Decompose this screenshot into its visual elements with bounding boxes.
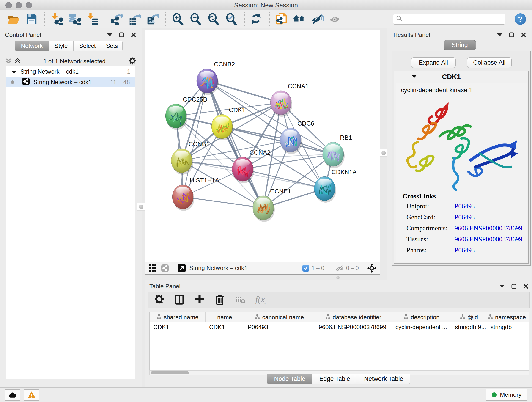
save-session-icon[interactable] — [24, 12, 38, 26]
right-panel-splitter-handle[interactable] — [380, 149, 387, 157]
crosslink-link[interactable]: 9606.ENSP00000378699 — [455, 235, 522, 243]
table-cell[interactable]: CDK1 — [150, 322, 206, 332]
panel-collapse-icon[interactable] — [107, 32, 113, 38]
search-input[interactable] — [405, 15, 505, 23]
open-session-icon[interactable] — [6, 12, 21, 26]
zoom-in-icon[interactable] — [171, 12, 185, 26]
zoom-selected-icon[interactable] — [224, 12, 239, 26]
delete-column-icon[interactable] — [213, 293, 226, 306]
tree-expand-arrow-icon[interactable] — [12, 68, 16, 75]
network-node-ccnb1[interactable]: CCNB1 — [171, 141, 210, 175]
network-edge[interactable] — [243, 169, 325, 189]
results-float-icon[interactable] — [509, 32, 515, 38]
protein-collapse-arrow-icon[interactable] — [412, 75, 417, 79]
network-collection-row[interactable]: String Network – cdk1 1 — [6, 66, 135, 77]
tab-edge-table[interactable]: Edge Table — [312, 374, 357, 384]
export-network-icon[interactable] — [110, 12, 124, 26]
network-node-rb1[interactable]: RB1 — [323, 134, 352, 168]
hide-selection-icon[interactable] — [310, 12, 324, 26]
column-header-description[interactable]: description — [392, 313, 451, 322]
collapse-all-button[interactable]: Collapse All — [467, 57, 512, 68]
table-cell[interactable]: stringdb — [487, 322, 527, 332]
network-node-cdkn1a[interactable]: CDKN1A — [314, 169, 357, 203]
crosslink-link[interactable]: P06493 — [455, 202, 475, 210]
panel-float-icon[interactable] — [119, 32, 125, 38]
table-cell[interactable]: CDK1 — [206, 322, 244, 332]
split-table-icon[interactable] — [173, 293, 186, 306]
network-edge[interactable] — [183, 197, 263, 208]
results-close-icon[interactable] — [520, 32, 526, 38]
show-all-icon[interactable] — [328, 12, 342, 26]
column-virtual-icon — [460, 314, 465, 321]
crosslink-link[interactable]: P06493 — [455, 213, 475, 221]
network-node-ccna1[interactable]: CCNA1 — [270, 83, 309, 117]
network-canvas[interactable]: CCNB2CCNA1CDC25BCDK1CDC6RB1CCNB1CCNA2CDK… — [146, 30, 380, 262]
network-row[interactable]: String Network – cdk1 11 48 — [6, 77, 135, 87]
table-cell[interactable]: stringdb:9... — [451, 322, 487, 332]
network-node-ccnb2[interactable]: CCNB2 — [196, 61, 235, 95]
duplicate-network-icon[interactable] — [274, 12, 288, 26]
column-header-id[interactable]: @id — [451, 313, 487, 322]
warning-icon[interactable] — [24, 389, 39, 401]
table-cell[interactable]: P06493 — [244, 322, 315, 332]
column-header-database-identifier[interactable]: database identifier — [315, 313, 392, 322]
network-node-hist1h1a[interactable]: HIST1H1A — [172, 177, 219, 211]
refresh-layout-icon[interactable] — [249, 12, 264, 26]
crosslink-link[interactable]: P06493 — [455, 246, 475, 254]
help-icon[interactable]: ? — [515, 13, 526, 25]
table-panel-title: Table Panel — [149, 283, 181, 290]
network-node-cdc6[interactable]: CDC6 — [280, 120, 314, 154]
zoom-fit-icon[interactable] — [206, 12, 221, 26]
crosslink-label: GeneCard: — [406, 213, 455, 221]
network-node-ccna2[interactable]: CCNA2 — [232, 149, 271, 183]
crosslink-row: GeneCard:P06493 — [402, 213, 527, 221]
network-share-view-icon[interactable] — [161, 264, 169, 272]
network-options-gear-icon[interactable] — [128, 57, 137, 66]
status-bar: Memory — [0, 387, 532, 402]
import-database-icon[interactable] — [67, 12, 81, 26]
export-image-icon[interactable] — [146, 12, 160, 26]
zoom-out-icon[interactable] — [189, 12, 203, 26]
tab-network-table[interactable]: Network Table — [357, 374, 410, 384]
crosslink-row: Compartments:9606.ENSP00000378699 — [402, 224, 527, 232]
selected-nodes-checkbox[interactable] — [302, 265, 309, 272]
table-collapse-icon[interactable] — [499, 283, 505, 289]
table-close-icon[interactable] — [523, 283, 529, 289]
expand-all-button[interactable]: Expand All — [411, 57, 456, 68]
column-header-name[interactable]: name — [206, 313, 244, 322]
collapse-all-networks-icon[interactable] — [6, 58, 12, 65]
tab-network[interactable]: Network — [15, 41, 49, 51]
column-header-namespace[interactable]: namespace — [487, 313, 527, 322]
open-in-window-icon[interactable] — [177, 264, 186, 273]
panel-close-icon[interactable] — [131, 32, 137, 38]
table-settings-icon[interactable] — [153, 293, 166, 306]
export-table-icon[interactable] — [128, 12, 142, 26]
home-view-icon[interactable] — [292, 12, 306, 26]
results-collapse-icon[interactable] — [497, 32, 503, 38]
column-header-canonical-name[interactable]: canonical name — [244, 313, 315, 322]
tab-sets[interactable]: Sets — [101, 41, 123, 51]
table-row[interactable]: CDK1CDK1P064939606.ENSP00000378699cyclin… — [150, 322, 529, 332]
table-cell[interactable]: cyclin-dependent ... — [392, 322, 451, 332]
tab-node-table[interactable]: Node Table — [267, 374, 312, 384]
tab-style[interactable]: Style — [49, 41, 74, 51]
cloud-icon[interactable] — [5, 389, 20, 401]
table-cell[interactable]: 9606.ENSP00000378699 — [315, 322, 392, 332]
left-panel-splitter-handle[interactable] — [137, 203, 145, 211]
network-edge[interactable] — [207, 81, 263, 208]
crosslink-link[interactable]: 9606.ENSP00000378699 — [455, 224, 522, 232]
pan-crosshair-icon[interactable] — [367, 263, 377, 273]
expand-all-networks-icon[interactable] — [15, 58, 21, 65]
tab-select[interactable]: Select — [73, 41, 101, 51]
network-node-ccne1[interactable]: CCNE1 — [253, 188, 291, 222]
string-results-tab[interactable]: String — [443, 40, 476, 50]
grid-view-icon[interactable] — [149, 264, 157, 272]
import-network-icon[interactable] — [49, 12, 63, 26]
add-column-icon[interactable] — [193, 293, 206, 306]
memory-button[interactable]: Memory — [486, 389, 527, 401]
results-panel: Results Panel String Expand All Collapse… — [387, 28, 532, 280]
table-float-icon[interactable] — [511, 283, 517, 289]
table-panel-splitter-handle[interactable] — [336, 276, 340, 279]
import-table-icon[interactable] — [85, 12, 99, 26]
column-header-shared-name[interactable]: shared name — [150, 313, 206, 322]
